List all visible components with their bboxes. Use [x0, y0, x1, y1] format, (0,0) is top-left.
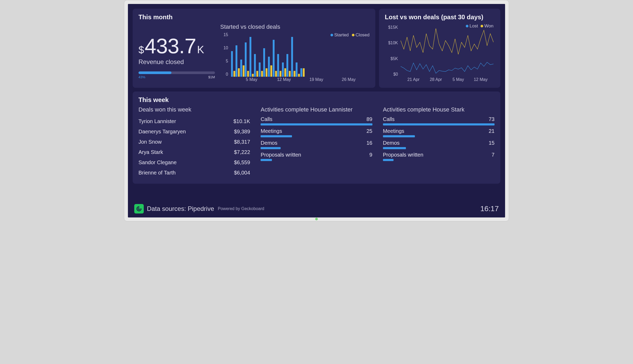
- deal-row: Sandor Clegane$6,559: [138, 157, 250, 168]
- activity-bar: [383, 123, 495, 125]
- swirl-icon: [136, 206, 142, 212]
- bar-chart-block: Started vs closed deals Started Closed 1…: [220, 23, 370, 83]
- activity-bar: [261, 159, 272, 161]
- line-svg: [401, 25, 493, 77]
- footer: Data sources: Pipedrive Powered by Gecko…: [133, 201, 500, 217]
- bar-started: [259, 62, 261, 77]
- activity-bar: [383, 135, 415, 137]
- bar-closed: [261, 71, 263, 77]
- activity-value: 16: [366, 140, 372, 146]
- bar-group: [272, 34, 277, 77]
- x-tick: 12 May: [277, 77, 291, 82]
- revenue-kpi: $ 433.7 K Revenue closed 43% $1M: [138, 23, 215, 83]
- activities-stark-column: Activities complete House StarkCalls73Me…: [383, 106, 495, 178]
- home-indicator-icon: [315, 218, 318, 220]
- deal-row: Arya Stark$7,222: [138, 147, 250, 157]
- bar-closed: [266, 68, 267, 77]
- activity-label: Calls: [383, 116, 395, 122]
- x-tick: 28 Apr: [430, 77, 442, 82]
- bar-group: [268, 34, 272, 77]
- revenue-progress-pct: 43%: [138, 75, 145, 79]
- bar-closed: [284, 68, 286, 77]
- line-plot: [401, 25, 493, 77]
- activities-title: Activities complete House Stark: [383, 106, 495, 113]
- bar-group: [282, 34, 286, 77]
- revenue-suffix: K: [197, 44, 204, 56]
- activity-value: 21: [489, 128, 495, 134]
- y-tick: $10K: [385, 41, 398, 45]
- bar-group: [323, 34, 328, 77]
- y-tick: 0: [220, 72, 228, 77]
- bar-started: [273, 40, 275, 77]
- activity-label: Meetings: [383, 128, 404, 134]
- bar-plot: [231, 34, 370, 77]
- bar-closed: [233, 71, 235, 77]
- bar-group: [305, 34, 310, 77]
- bar-group: [245, 34, 250, 77]
- panel-this-week: This week Deals won this week Tyrion Lan…: [133, 91, 500, 184]
- deal-value: $6,559: [234, 159, 250, 166]
- line-chart: Lost Won $15K$10K$5K$0 21 Apr28 Apr5 May…: [385, 23, 495, 83]
- revenue-amount: 433.7: [145, 36, 196, 57]
- panel-title-lostwon: Lost vs won deals (past 30 days): [385, 13, 495, 21]
- activity-bar: [261, 135, 292, 137]
- deal-value: $10.1K: [233, 118, 250, 124]
- panel-lost-won: Lost vs won deals (past 30 days) Lost Wo…: [379, 9, 500, 88]
- deal-name: Daenerys Targaryen: [138, 129, 186, 135]
- deal-row: Brienne of Tarth$6,004: [138, 168, 250, 178]
- footer-clock: 16:17: [480, 205, 499, 213]
- revenue-label: Revenue closed: [138, 58, 215, 66]
- bar-y-axis: 151050: [220, 32, 228, 77]
- activity-label: Proposals written: [383, 152, 423, 158]
- bar-group: [286, 34, 291, 77]
- line-x-axis: 21 Apr28 Apr5 May12 May: [401, 77, 493, 83]
- activity-label: Demos: [383, 140, 400, 146]
- bar-chart: Started Closed 151050 5 May12 May19 May2…: [220, 32, 370, 83]
- bar-group: [346, 34, 351, 77]
- panel-this-month: This month $ 433.7 K Revenue closed: [133, 9, 375, 88]
- x-tick: 5 May: [246, 77, 257, 82]
- x-tick: 21 Apr: [407, 77, 419, 82]
- y-tick: $15K: [385, 25, 398, 30]
- line-series: [401, 28, 493, 54]
- bar-started: [254, 54, 256, 77]
- bar-group: [300, 34, 305, 77]
- bar-closed: [275, 71, 277, 77]
- bar-group: [328, 34, 333, 77]
- x-tick: 12 May: [474, 77, 487, 82]
- bar-x-axis: 5 May12 May19 May26 May: [231, 77, 370, 83]
- bar-closed: [238, 68, 240, 77]
- device-frame: This month $ 433.7 K Revenue closed: [124, 0, 509, 221]
- activity-row: Demos15: [383, 140, 495, 149]
- bar-started: [286, 54, 288, 77]
- bar-started: [231, 51, 233, 77]
- line-series: [401, 62, 493, 73]
- bar-closed: [256, 71, 258, 77]
- dashboard-screen: This month $ 433.7 K Revenue closed: [128, 4, 505, 217]
- revenue-goal: $1M: [208, 75, 215, 79]
- bar-group: [314, 34, 319, 77]
- activity-value: 15: [489, 140, 495, 146]
- bar-closed: [252, 74, 254, 77]
- deal-row: Jon Snow$8,317: [138, 137, 250, 147]
- bar-started: [277, 54, 279, 77]
- activity-label: Calls: [261, 116, 272, 122]
- bar-group: [277, 34, 282, 77]
- bar-closed: [247, 71, 249, 77]
- activity-row: Meetings25: [261, 128, 372, 137]
- bar-closed: [289, 71, 291, 77]
- bar-group: [236, 34, 240, 77]
- y-tick: $5K: [385, 56, 398, 61]
- deal-row: Tyrion Lannister$10.1K: [138, 116, 250, 127]
- bar-started: [268, 57, 270, 77]
- deal-name: Jon Snow: [138, 139, 162, 145]
- deals-list: Tyrion Lannister$10.1KDaenerys Targaryen…: [138, 116, 250, 178]
- activities-title: Activities complete House Lannister: [261, 106, 372, 113]
- activity-value: 73: [489, 116, 495, 122]
- deal-name: Brienne of Tarth: [138, 170, 176, 176]
- x-tick: 5 May: [453, 77, 464, 82]
- activity-label: Demos: [261, 140, 277, 146]
- bar-group: [295, 34, 300, 77]
- activity-bar: [383, 147, 406, 149]
- activity-row: Demos16: [261, 140, 372, 149]
